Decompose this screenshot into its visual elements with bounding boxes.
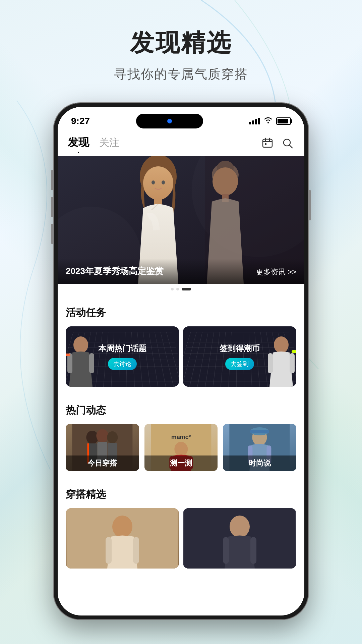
hot-label-outfit: 今日穿搭 [66,455,139,471]
curation-card-2[interactable] [183,508,296,569]
curation-grid [66,508,296,569]
curation-section: 穿搭精选 [58,480,304,574]
activity-title: 活动任务 [66,306,296,320]
activity-btn-1[interactable]: 去讨论 [108,358,137,370]
calendar-button[interactable] [261,137,274,150]
svg-point-14 [152,180,155,184]
svg-rect-46 [250,430,269,433]
status-time: 9:27 [71,116,90,126]
activity-content-1: 本周热门话题 去讨论 [66,326,179,387]
svg-point-54 [230,516,250,538]
svg-point-40 [174,442,188,457]
nav-tabs-left: 发现 关注 [68,135,119,151]
svg-rect-5 [265,143,266,145]
svg-point-35 [107,431,118,443]
phone-frame: 9:27 [54,103,308,620]
activity-content-2: 签到得潮币 去签到 [183,326,296,387]
phone-mockup: 9:27 [54,103,308,620]
svg-rect-52 [133,537,139,564]
hot-thumb-fashion: 时尚说 [223,424,296,471]
nav-tabs-right [261,137,294,150]
hot-trends-grid: 今日穿搭 mamc° [66,424,296,471]
dynamic-island [136,114,203,128]
nav-tabs: 发现 关注 [58,132,304,156]
svg-line-7 [289,145,292,148]
tab-follow[interactable]: 关注 [99,136,119,151]
hot-thumb-test: mamc° 测一测 [144,424,218,471]
page-title: 发现精选 [20,27,342,59]
hot-trends-title: 热门动态 [66,404,296,417]
svg-rect-56 [250,537,256,564]
page-header: 发现精选 寻找你的专属气质穿搭 [0,0,362,96]
wifi-icon [263,116,273,126]
hot-item-test[interactable]: mamc° 测一测 [144,424,218,471]
hot-label-test: 测一测 [144,455,218,471]
banner-dot-2[interactable] [176,288,179,290]
svg-point-33 [96,429,108,442]
status-bar: 9:27 [58,107,304,132]
activity-text-2: 签到得潮币 [220,343,260,354]
hero-banner-title: 2023年夏季秀场高定鉴赏 [66,265,164,277]
svg-rect-1 [263,139,272,147]
tab-discover[interactable]: 发现 [68,135,89,151]
banner-dots [58,284,304,294]
signal-icon [249,118,260,124]
hot-item-outfit[interactable]: 今日穿搭 [66,424,139,471]
activity-section: 活动任务 [58,298,304,392]
battery-icon [276,117,291,125]
scroll-content[interactable]: 2023年夏季秀场高定鉴赏 更多资讯 >> 活动任务 [58,156,304,615]
svg-point-13 [143,166,173,200]
activity-card-hot-topic[interactable]: 本周热门话题 去讨论 [66,326,179,387]
activity-card-checkin[interactable]: 签到得潮币 去签到 [183,326,296,387]
bottom-spacer [58,574,304,587]
search-button[interactable] [281,137,294,150]
svg-point-0 [267,122,269,123]
activity-text-1: 本周热门话题 [98,343,146,354]
hero-overlay: 2023年夏季秀场高定鉴赏 更多资讯 >> [58,259,304,284]
svg-rect-51 [106,537,112,564]
dynamic-island-camera [167,119,172,123]
page-subtitle: 寻找你的专属气质穿搭 [20,66,342,83]
hero-more-link[interactable]: 更多资讯 >> [256,267,296,277]
svg-point-50 [112,516,132,538]
svg-point-15 [162,180,165,184]
curation-card-1[interactable] [66,508,179,569]
banner-dot-3[interactable] [182,288,191,290]
hot-trends-section: 热门动态 [58,395,304,476]
banner-dot-1[interactable] [171,288,174,290]
hot-item-fashion[interactable]: 时尚说 [223,424,296,471]
hero-banner[interactable]: 2023年夏季秀场高定鉴赏 更多资讯 >> [58,156,304,284]
phone-screen: 9:27 [58,107,304,615]
hot-thumb-outfit: 今日穿搭 [66,424,139,471]
activity-btn-2[interactable]: 去签到 [225,358,254,370]
activity-grid: 本周热门话题 去讨论 [66,326,296,387]
hot-label-fashion: 时尚说 [223,455,296,471]
curation-title: 穿搭精选 [66,488,296,501]
svg-text:mamc°: mamc° [171,434,191,440]
svg-rect-55 [223,537,229,564]
status-icons [249,116,291,126]
